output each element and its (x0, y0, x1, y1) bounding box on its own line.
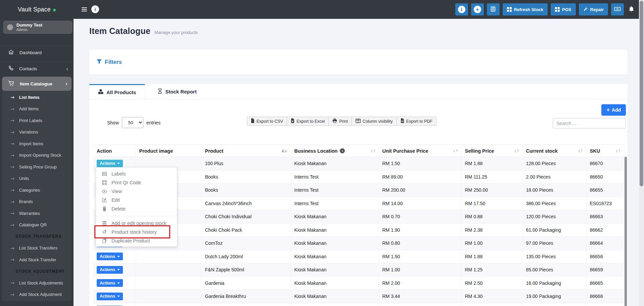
add-button[interactable]: + Add (601, 104, 626, 116)
sidebar-item-add-items[interactable]: →Add Items (2, 103, 72, 115)
col-selling-price[interactable]: Selling Price↓↑ (461, 145, 522, 157)
arrow-right-icon: → (10, 153, 14, 158)
row-actions-button[interactable]: Actions (97, 266, 123, 274)
col-business-location[interactable]: Business Locationi↓↑ (291, 145, 379, 157)
col-current-stock[interactable]: Current stock↓↑ (522, 145, 586, 157)
filters-toggle[interactable]: Filters (96, 59, 122, 66)
sidebar-item-warranties[interactable]: →Warranties (2, 207, 72, 219)
print-button[interactable]: Print (329, 117, 352, 126)
avatar (7, 24, 13, 30)
refresh-stock-button[interactable]: Refresh Stock (503, 3, 548, 15)
purchase-price-cell: RM 1.50 (379, 250, 461, 263)
column-visibility-button[interactable]: Column visibility (352, 117, 397, 126)
sidebar-item-print-labels[interactable]: →Print Labels (2, 115, 72, 126)
location-cell: Interns Test (291, 197, 379, 210)
sidebar-item-dashboard[interactable]: Dashboard (0, 46, 74, 59)
sidebar-item-add-stock-adjustment[interactable]: →Add Stock Adjustment (2, 289, 72, 301)
caret-down-icon (117, 269, 120, 270)
search-input[interactable] (553, 118, 626, 128)
sidebar-item-import-opening-stock[interactable]: →Import Opening Stock (2, 150, 72, 161)
sidebar-item-add-stock-transfer[interactable]: →Add Stock Transfer (2, 254, 72, 266)
selling-price-cell: RM 17.50 (461, 197, 522, 210)
row-actions-button[interactable]: Actions (97, 293, 123, 300)
sidebar-item-import-items[interactable]: →Import Items (2, 138, 72, 150)
info-circle-icon[interactable]: i (340, 148, 345, 153)
table-scrollbar[interactable] (625, 157, 627, 306)
page-size-select[interactable]: 50 (122, 117, 143, 128)
menu-item-duplicate-product[interactable]: Duplicate Product (96, 236, 177, 245)
export-csv-button[interactable]: Export to CSV (247, 117, 287, 126)
row-actions-button[interactable]: Actions (97, 160, 123, 167)
purchase-price-cell: RM 89.00 (379, 170, 461, 184)
arrow-right-icon: → (10, 187, 14, 193)
sidebar-item-list-stock-transfers[interactable]: →List Stock Transfers (2, 242, 72, 254)
cash-register-button[interactable] (611, 3, 624, 15)
current-stock-cell: 19.00 Packaging (522, 290, 586, 303)
menu-item-view[interactable]: View (96, 187, 177, 196)
sort-icon: ↓↑ (513, 149, 519, 153)
chevron-left-icon: ‹ (65, 80, 67, 87)
menu-item-labels[interactable]: Labels (96, 169, 177, 178)
brand-name: Vault Space (18, 6, 51, 13)
eye-icon (101, 190, 108, 193)
download-circle-button[interactable]: ↓ (455, 3, 468, 15)
sidebar-item-units[interactable]: →Units (2, 173, 72, 185)
menu-item-edit[interactable]: Edit (96, 196, 177, 204)
menu-item-print-qr-code[interactable]: Print Qr Code (96, 178, 177, 187)
caret-down-icon (117, 256, 120, 257)
grid-icon (507, 7, 512, 12)
selling-price-cell (461, 303, 522, 306)
sidebar-item-selling-price-group[interactable]: →Selling Price Group (2, 161, 72, 173)
export-pdf-button[interactable]: Export to PDF (397, 117, 437, 126)
location-cell: Kiosk Makanan (291, 276, 379, 290)
sidebar-item-variations[interactable]: →Variations (2, 126, 72, 138)
calculator-button[interactable] (487, 3, 500, 15)
page-scrollbar-thumb[interactable] (640, 1, 643, 186)
arrow-right-icon: → (10, 94, 14, 100)
selling-price-cell: RM 1.88 (461, 157, 522, 170)
sidebar-item-catalogue-qr[interactable]: →Catalogue QR (2, 219, 72, 231)
row-actions-button[interactable]: Actions (97, 253, 123, 260)
sidebar-item-brands[interactable]: →Brands (2, 196, 72, 208)
menu-item-product-stock-history[interactable]: ↺ Product stock history (96, 228, 177, 236)
user-card[interactable]: Dummy Test Admin (3, 21, 72, 34)
pos-button[interactable]: POS (551, 3, 576, 15)
product-image-cell (136, 303, 201, 306)
location-cell: Kiosk Makanan (291, 250, 379, 263)
purchase-price-cell: RM 200.00 (379, 184, 461, 197)
page-scrollbar[interactable] (639, 0, 644, 306)
sidebar-item-contacts[interactable]: Contacts ‹ (0, 62, 74, 75)
menu-item-add-or-edit-opening-stock[interactable]: Add or edit opening stock (96, 219, 177, 228)
hourglass-icon (158, 88, 162, 95)
col-unit-purchase-price[interactable]: Unit Purchase Price↓↑ (379, 145, 461, 157)
notifications-button[interactable] (627, 3, 636, 15)
file-csv-icon (251, 118, 255, 124)
row-actions-button[interactable]: Actions (97, 279, 123, 287)
arrow-right-icon: → (10, 222, 14, 228)
add-circle-button[interactable]: + (471, 3, 484, 15)
product-image-cell (136, 250, 201, 263)
export-excel-button[interactable]: Export to Excel (287, 117, 329, 126)
current-stock-cell: 2.00 Pieces (522, 170, 586, 184)
tab-stock-report[interactable]: Stock Report (149, 84, 205, 99)
sidebar-item-categories[interactable]: →Categories (2, 184, 72, 196)
product-cell: F&N Zapple 500ml (201, 263, 291, 277)
hamburger-menu-icon[interactable] (82, 6, 88, 12)
file-excel-icon (291, 118, 294, 124)
sidebar-item-item-catalogue[interactable]: Item Catalogue ‹ (2, 77, 72, 91)
col-product-image: Product image (136, 145, 201, 157)
main-content: Item Catalogue Manage your products Filt… (74, 19, 639, 306)
tab-all-products[interactable]: All Products (89, 84, 145, 99)
sidebar-item-list-stock-adjustments[interactable]: →List Stock Adjustments (2, 277, 72, 289)
col-product[interactable]: Product↓≡ (201, 145, 291, 157)
col-sku[interactable]: SKU↓↑ (586, 145, 624, 157)
location-cell: Kiosk Makanan (291, 263, 379, 277)
table-row: Actions F&N Zapple 500ml Kiosk Makanan R… (93, 263, 624, 277)
sidebar-item-list-items[interactable]: →List Items (2, 91, 72, 103)
sku-cell: 86664 (586, 237, 624, 250)
info-icon[interactable]: i (91, 5, 99, 13)
menu-item-delete[interactable]: Delete (96, 204, 177, 213)
current-stock-cell (522, 303, 586, 306)
section-stock-transfers: STOCK TRANSFERS (2, 231, 72, 242)
repair-button[interactable]: Repair (579, 3, 608, 15)
